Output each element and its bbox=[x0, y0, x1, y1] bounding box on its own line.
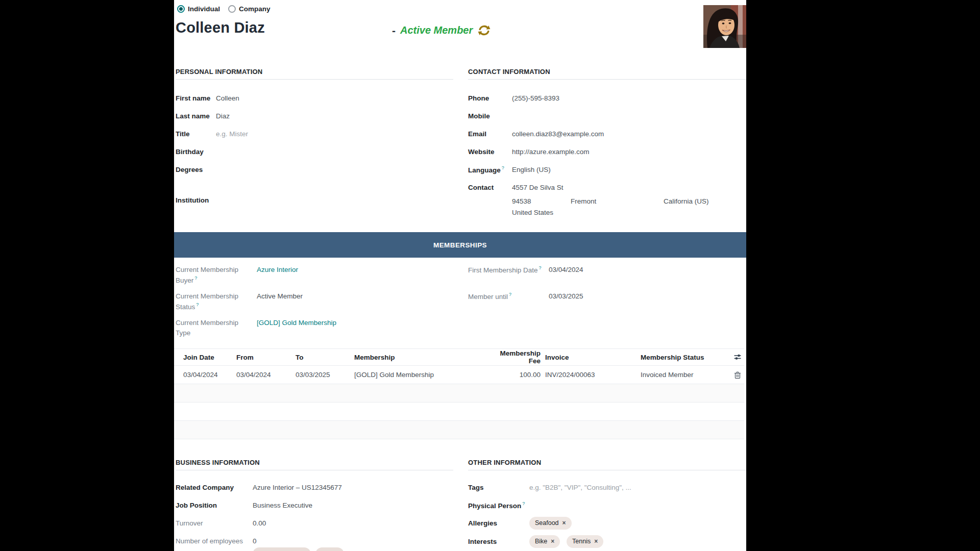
cut-off-pill[interactable] bbox=[315, 547, 344, 551]
interests-label: Interests bbox=[468, 537, 529, 548]
member-form: Individual Company Colleen Diaz - Active… bbox=[174, 0, 746, 551]
website-input[interactable]: http://azure.example.com bbox=[512, 147, 590, 158]
zip-input[interactable]: 94538 bbox=[512, 197, 571, 205]
remove-tag-icon[interactable]: × bbox=[594, 538, 598, 544]
field-first-name: First name Colleen bbox=[176, 93, 453, 104]
current-membership-status-label: Current Membership Status? bbox=[176, 291, 257, 314]
city-input[interactable]: Fremont bbox=[571, 197, 664, 205]
mobile-label: Mobile bbox=[468, 111, 512, 122]
job-position-label: Job Position bbox=[176, 500, 253, 511]
cell-membership-status[interactable]: Invoiced Member bbox=[636, 371, 730, 379]
language-help-icon: ? bbox=[502, 165, 504, 170]
related-company-input[interactable]: Azure Interior – US12345677 bbox=[253, 483, 342, 493]
street-input[interactable]: 4557 De Silva St bbox=[512, 183, 564, 193]
col-join-date[interactable]: Join Date bbox=[174, 354, 236, 361]
allergies-input[interactable]: Seafood × bbox=[529, 517, 576, 530]
cut-off-pill[interactable] bbox=[253, 547, 311, 551]
current-membership-type-link[interactable]: [GOLD] Gold Membership bbox=[257, 318, 336, 340]
current-membership-buyer-link[interactable]: Azure Interior bbox=[257, 265, 298, 287]
col-invoice[interactable]: Invoice bbox=[541, 354, 636, 361]
current-membership-buyer-label: Current Membership Buyer? bbox=[176, 265, 257, 287]
first-name-input[interactable]: Colleen bbox=[216, 93, 239, 104]
physical-person-help-icon: ? bbox=[522, 501, 525, 506]
allergy-tag-seafood[interactable]: Seafood × bbox=[529, 517, 572, 530]
buyer-help-icon: ? bbox=[194, 276, 197, 281]
radio-individual-label: Individual bbox=[188, 5, 220, 13]
section-business-information: BUSINESS INFORMATION Related Company Azu… bbox=[176, 459, 453, 551]
language-select[interactable]: English (US) bbox=[512, 165, 551, 176]
radio-company[interactable]: Company bbox=[228, 5, 271, 13]
radio-individual[interactable]: Individual bbox=[177, 5, 220, 13]
interests-input[interactable]: Bike × Tennis × bbox=[529, 535, 608, 548]
field-tags: Tags e.g. "B2B", "VIP", "Consulting", ..… bbox=[468, 483, 746, 493]
last-name-input[interactable]: Diaz bbox=[216, 111, 230, 122]
field-language: Language? English (US) bbox=[468, 165, 746, 176]
field-physical-person: Physical Person? bbox=[468, 500, 746, 511]
cell-membership[interactable]: [GOLD] Gold Membership bbox=[354, 371, 486, 379]
refresh-icon[interactable] bbox=[477, 23, 491, 37]
field-current-membership-type: Current Membership Type [GOLD] Gold Memb… bbox=[176, 318, 453, 340]
cell-invoice[interactable]: INV/2024/00063 bbox=[541, 371, 636, 379]
membership-table-row[interactable]: 03/04/2024 03/04/2024 03/03/2025 [GOLD] … bbox=[174, 366, 744, 384]
remove-tag-icon[interactable]: × bbox=[562, 520, 566, 526]
field-degrees: Degrees bbox=[176, 165, 453, 188]
field-interests: Interests Bike × Tennis × bbox=[468, 537, 746, 548]
contact-information-title: CONTACT INFORMATION bbox=[468, 68, 746, 80]
empty-table-row bbox=[174, 403, 744, 421]
col-to[interactable]: To bbox=[296, 354, 354, 361]
turnover-label: Turnover bbox=[176, 518, 253, 529]
empty-table-row bbox=[174, 384, 744, 403]
state-select[interactable]: California (US) bbox=[664, 197, 709, 205]
section-personal-information: PERSONAL INFORMATION First name Colleen … bbox=[176, 68, 453, 213]
field-first-membership-date: First Membership Date? 03/04/2024 bbox=[468, 265, 746, 287]
memberships-banner-title: MEMBERSHIPS bbox=[433, 241, 487, 249]
allergy-tag-label: Seafood bbox=[535, 518, 559, 528]
first-membership-date-label: First Membership Date? bbox=[468, 265, 549, 287]
title-label: Title bbox=[176, 129, 216, 140]
contact-address-label: Contact bbox=[468, 183, 512, 193]
delete-row-icon[interactable] bbox=[730, 371, 744, 379]
phone-input[interactable]: (255)-595-8393 bbox=[512, 93, 559, 104]
first-membership-date-value: 03/04/2024 bbox=[549, 265, 583, 287]
field-email: Email colleen.diaz83@example.com bbox=[468, 129, 746, 140]
field-phone: Phone (255)-595-8393 bbox=[468, 93, 746, 104]
interest-tag-label: Tennis bbox=[572, 537, 591, 546]
col-membership-status[interactable]: Membership Status bbox=[636, 354, 730, 361]
interest-tag-tennis[interactable]: Tennis × bbox=[567, 535, 603, 548]
col-from[interactable]: From bbox=[236, 354, 296, 361]
avatar[interactable] bbox=[703, 5, 746, 48]
field-allergies: Allergies Seafood × bbox=[468, 518, 746, 530]
title-input[interactable]: e.g. Mister bbox=[216, 129, 248, 140]
field-website: Website http://azure.example.com bbox=[468, 147, 746, 158]
cell-from[interactable]: 03/04/2024 bbox=[236, 371, 296, 379]
col-membership-fee[interactable]: Membership Fee bbox=[486, 349, 541, 365]
last-name-label: Last name bbox=[176, 111, 216, 122]
field-title: Title e.g. Mister bbox=[176, 129, 453, 140]
allergies-label: Allergies bbox=[468, 518, 529, 530]
field-related-company: Related Company Azure Interior – US12345… bbox=[176, 483, 453, 493]
col-membership[interactable]: Membership bbox=[354, 354, 486, 361]
business-information-title: BUSINESS INFORMATION bbox=[176, 459, 453, 470]
optional-columns-icon[interactable] bbox=[730, 353, 744, 361]
radio-individual-control[interactable] bbox=[177, 5, 185, 13]
current-membership-status-value: Active Member bbox=[257, 291, 303, 314]
turnover-value: 0.00 bbox=[253, 518, 266, 529]
membership-status-line: - Active Member bbox=[392, 23, 491, 37]
cell-membership-fee[interactable]: 100.00 bbox=[486, 371, 541, 379]
cell-join-date[interactable]: 03/04/2024 bbox=[174, 371, 236, 379]
country-select[interactable]: United States bbox=[512, 209, 746, 216]
email-input[interactable]: colleen.diaz83@example.com bbox=[512, 129, 604, 140]
radio-company-label: Company bbox=[239, 5, 271, 13]
tags-input[interactable]: e.g. "B2B", "VIP", "Consulting", ... bbox=[529, 483, 631, 493]
phone-label: Phone bbox=[468, 93, 512, 104]
contact-name-input[interactable]: Colleen Diaz bbox=[176, 19, 265, 36]
related-company-label: Related Company bbox=[176, 483, 253, 493]
job-position-input[interactable]: Business Executive bbox=[253, 500, 312, 511]
screen: Individual Company Colleen Diaz - Active… bbox=[0, 0, 980, 551]
interest-tag-bike[interactable]: Bike × bbox=[529, 535, 560, 548]
field-birthday: Birthday bbox=[176, 147, 453, 158]
cell-to[interactable]: 03/03/2025 bbox=[296, 371, 354, 379]
radio-company-control[interactable] bbox=[228, 5, 236, 13]
remove-tag-icon[interactable]: × bbox=[551, 538, 554, 544]
field-job-position: Job Position Business Executive bbox=[176, 500, 453, 511]
